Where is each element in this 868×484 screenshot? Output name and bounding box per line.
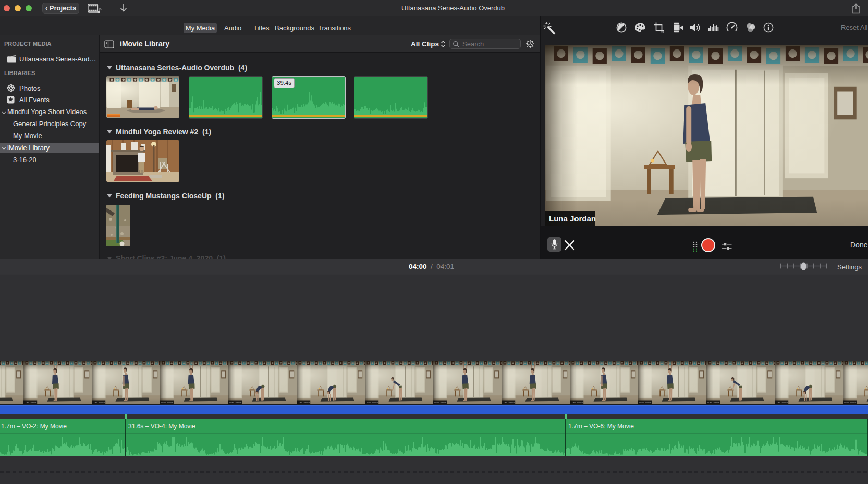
svg-text:Luna Jordan: Luna Jordan bbox=[844, 401, 857, 404]
svg-text:Luna Jordan: Luna Jordan bbox=[298, 401, 310, 404]
svg-text:Luna Jordan: Luna Jordan bbox=[25, 401, 37, 404]
svg-text:Luna Jordan: Luna Jordan bbox=[161, 401, 174, 404]
svg-text:Luna Jordan: Luna Jordan bbox=[93, 401, 105, 404]
svg-text:Luna Jordan: Luna Jordan bbox=[434, 401, 447, 404]
svg-text:Luna Jordan: Luna Jordan bbox=[366, 401, 378, 404]
svg-text:Luna Jordan: Luna Jordan bbox=[639, 401, 652, 404]
svg-text:Luna Jordan: Luna Jordan bbox=[776, 401, 788, 404]
svg-text:Luna Jordan: Luna Jordan bbox=[229, 401, 242, 404]
svg-text:Luna Jordan: Luna Jordan bbox=[707, 401, 720, 404]
svg-text:Luna Jordan: Luna Jordan bbox=[571, 401, 583, 404]
svg-text:Luna Jordan: Luna Jordan bbox=[503, 401, 515, 404]
